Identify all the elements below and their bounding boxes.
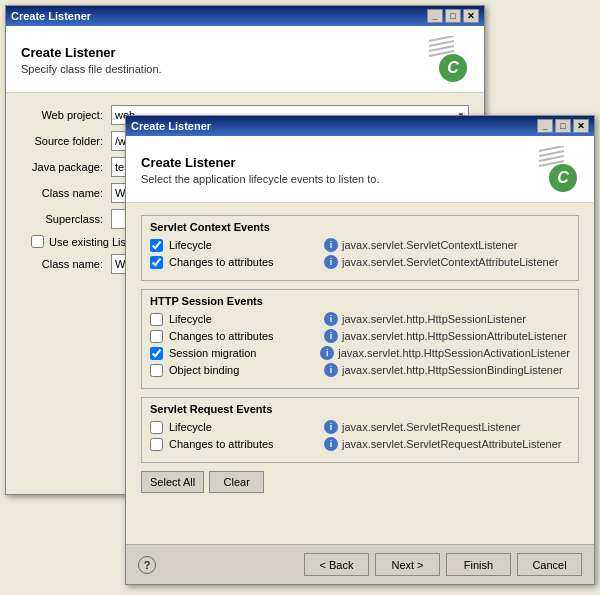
bg-close-button[interactable]: ✕ — [463, 9, 479, 23]
servlet-context-section: Servlet Context Events Lifecycle i javax… — [141, 215, 579, 281]
table-row: Lifecycle i javax.servlet.ServletRequest… — [150, 420, 570, 434]
fg-bottom-bar: ? < Back Next > Finish Cancel — [126, 544, 594, 584]
svg-line-6 — [539, 156, 564, 161]
class-name2-label: Class name: — [21, 258, 111, 270]
fg-logo: C — [531, 146, 579, 194]
fg-close-button[interactable]: ✕ — [573, 119, 589, 133]
info-icon-hs-migration[interactable]: i — [320, 346, 334, 360]
http-session-section: HTTP Session Events Lifecycle i javax.se… — [141, 289, 579, 389]
servlet-context-lifecycle-checkbox[interactable] — [150, 239, 163, 252]
info-icon-sc-attrs[interactable]: i — [324, 255, 338, 269]
table-row: Lifecycle i javax.servlet.http.HttpSessi… — [150, 312, 570, 326]
table-row: Lifecycle i javax.servlet.ServletContext… — [150, 238, 570, 252]
svg-line-0 — [429, 36, 454, 41]
web-project-label: Web project: — [21, 109, 111, 121]
servlet-request-lifecycle-checkbox[interactable] — [150, 421, 163, 434]
http-session-lifecycle-label: Lifecycle — [169, 313, 324, 325]
http-session-lifecycle-class: javax.servlet.http.HttpSessionListener — [342, 313, 526, 325]
select-clear-bar: Select All Clear — [141, 471, 579, 493]
servlet-context-title: Servlet Context Events — [150, 221, 570, 233]
http-session-migration-class: javax.servlet.http.HttpSessionActivation… — [338, 347, 570, 359]
info-icon-sc-lifecycle[interactable]: i — [324, 238, 338, 252]
fg-maximize-button[interactable]: □ — [555, 119, 571, 133]
fg-header-title: Create Listener — [141, 155, 379, 170]
foreground-window: Create Listener _ □ ✕ Create Listener Se… — [125, 115, 595, 585]
http-session-attrs-label: Changes to attributes — [169, 330, 324, 342]
table-row: Changes to attributes i javax.servlet.ht… — [150, 329, 570, 343]
svg-line-2 — [429, 46, 454, 51]
servlet-request-section: Servlet Request Events Lifecycle i javax… — [141, 397, 579, 463]
svg-line-1 — [429, 41, 454, 46]
servlet-request-attrs-label: Changes to attributes — [169, 438, 324, 450]
superclass-label: Superclass: — [21, 213, 111, 225]
http-session-lifecycle-checkbox[interactable] — [150, 313, 163, 326]
fg-title-bar: Create Listener _ □ ✕ — [126, 116, 594, 136]
fg-window-title: Create Listener — [131, 120, 211, 132]
http-session-binding-checkbox[interactable] — [150, 364, 163, 377]
fg-logo-circle-icon: C — [549, 164, 577, 192]
info-icon-hs-attrs[interactable]: i — [324, 329, 338, 343]
select-all-button[interactable]: Select All — [141, 471, 204, 493]
fg-action-buttons: < Back Next > Finish Cancel — [304, 553, 582, 576]
help-icon[interactable]: ? — [138, 556, 156, 574]
clear-button[interactable]: Clear — [209, 471, 264, 493]
servlet-context-attrs-checkbox[interactable] — [150, 256, 163, 269]
http-session-attrs-checkbox[interactable] — [150, 330, 163, 343]
bg-header-title: Create Listener — [21, 45, 162, 60]
bg-window-header: Create Listener Specify class file desti… — [6, 26, 484, 93]
cancel-button[interactable]: Cancel — [517, 553, 582, 576]
bg-window-title: Create Listener — [11, 10, 91, 22]
http-session-binding-class: javax.servlet.http.HttpSessionBindingLis… — [342, 364, 563, 376]
http-session-attrs-class: javax.servlet.http.HttpSessionAttributeL… — [342, 330, 567, 342]
http-session-title: HTTP Session Events — [150, 295, 570, 307]
next-button[interactable]: Next > — [375, 553, 440, 576]
fg-header-subtitle: Select the application lifecycle events … — [141, 173, 379, 185]
svg-line-4 — [539, 146, 564, 151]
info-icon-sr-lifecycle[interactable]: i — [324, 420, 338, 434]
info-icon-sr-attrs[interactable]: i — [324, 437, 338, 451]
http-session-binding-label: Object binding — [169, 364, 324, 376]
bg-maximize-button[interactable]: □ — [445, 9, 461, 23]
fg-window-header: Create Listener Select the application l… — [126, 136, 594, 203]
finish-button[interactable]: Finish — [446, 553, 511, 576]
http-session-migration-checkbox[interactable] — [150, 347, 163, 360]
info-icon-hs-lifecycle[interactable]: i — [324, 312, 338, 326]
bg-logo: C — [421, 36, 469, 84]
servlet-request-attrs-class: javax.servlet.ServletRequestAttributeLis… — [342, 438, 562, 450]
bg-minimize-button[interactable]: _ — [427, 9, 443, 23]
table-row: Session migration i javax.servlet.http.H… — [150, 346, 570, 360]
servlet-request-title: Servlet Request Events — [150, 403, 570, 415]
table-row: Object binding i javax.servlet.http.Http… — [150, 363, 570, 377]
http-session-migration-label: Session migration — [169, 347, 320, 359]
servlet-request-attrs-checkbox[interactable] — [150, 438, 163, 451]
back-button[interactable]: < Back — [304, 553, 369, 576]
bg-title-bar: Create Listener _ □ ✕ — [6, 6, 484, 26]
bg-header-subtitle: Specify class file destination. — [21, 63, 162, 75]
servlet-context-lifecycle-label: Lifecycle — [169, 239, 324, 251]
servlet-context-lifecycle-class: javax.servlet.ServletContextListener — [342, 239, 517, 251]
servlet-context-attrs-class: javax.servlet.ServletContextAttributeLis… — [342, 256, 558, 268]
table-row: Changes to attributes i javax.servlet.Se… — [150, 255, 570, 269]
java-package-label: Java package: — [21, 161, 111, 173]
table-row: Changes to attributes i javax.servlet.Se… — [150, 437, 570, 451]
servlet-request-lifecycle-class: javax.servlet.ServletRequestListener — [342, 421, 521, 433]
servlet-context-attrs-label: Changes to attributes — [169, 256, 324, 268]
bg-logo-circle-icon: C — [439, 54, 467, 82]
servlet-request-lifecycle-label: Lifecycle — [169, 421, 324, 433]
fg-minimize-button[interactable]: _ — [537, 119, 553, 133]
fg-events-content: Servlet Context Events Lifecycle i javax… — [126, 203, 594, 505]
source-folder-label: Source folder: — [21, 135, 111, 147]
info-icon-hs-binding[interactable]: i — [324, 363, 338, 377]
use-existing-checkbox[interactable] — [31, 235, 44, 248]
class-name-label: Class name: — [21, 187, 111, 199]
svg-line-5 — [539, 151, 564, 156]
